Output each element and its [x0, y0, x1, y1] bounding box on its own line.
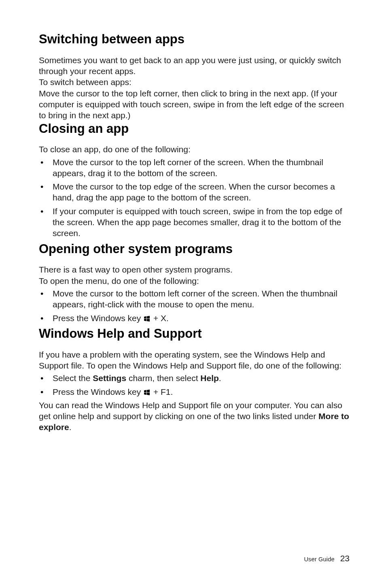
bullet-list: Move the cursor to the top left corner o…	[39, 157, 350, 239]
svg-marker-6	[144, 392, 146, 394]
text-run: Press the Windows key	[53, 313, 143, 323]
paragraph: Sometimes you want to get back to an app…	[39, 55, 350, 77]
bold-term: Help	[200, 373, 219, 383]
text-run: Select the	[53, 373, 93, 383]
paragraph: You can read the Windows Help and Suppor…	[39, 400, 350, 433]
text-run: + F1.	[151, 387, 173, 396]
windows-key-icon	[144, 316, 150, 322]
bullet-list: Move the cursor to the bottom left corne…	[39, 288, 350, 324]
list-item: Press the Windows key + X.	[39, 313, 350, 324]
paragraph: Move the cursor to the top left corner, …	[39, 88, 350, 121]
heading-closing-app: Closing an app	[39, 121, 350, 137]
svg-marker-1	[147, 316, 150, 319]
list-item: Move the cursor to the bottom left corne…	[39, 288, 350, 310]
text-run: Press the Windows key	[53, 387, 143, 396]
svg-marker-3	[147, 319, 150, 322]
list-item: Press the Windows key + F1.	[39, 386, 350, 397]
body-closing-app: To close an app, do one of the following…	[39, 144, 350, 239]
list-item: Move the cursor to the top left corner o…	[39, 157, 350, 179]
text-run: .	[219, 373, 221, 383]
bold-term: Settings	[93, 373, 126, 383]
text-run: charm, then select	[126, 373, 200, 383]
body-help-support: If you have a problem with the operating…	[39, 349, 350, 433]
body-switching-apps: Sometimes you want to get back to an app…	[39, 55, 350, 121]
body-opening-programs: There is a fast way to open other system…	[39, 264, 350, 323]
heading-switching-apps: Switching between apps	[39, 32, 350, 47]
svg-marker-0	[144, 316, 146, 318]
bullet-list: Select the Settings charm, then select H…	[39, 373, 350, 397]
text-run: .	[69, 422, 72, 432]
paragraph: To open the menu, do one of the followin…	[39, 275, 350, 286]
text-run: You can read the Windows Help and Suppor…	[39, 401, 342, 421]
text-run: + X.	[151, 313, 169, 323]
windows-key-icon	[144, 390, 150, 395]
paragraph: To switch between apps:	[39, 77, 350, 87]
heading-help-support: Windows Help and Support	[39, 326, 350, 342]
svg-marker-4	[144, 390, 146, 392]
list-item: Move the cursor to the top edge of the s…	[39, 181, 350, 203]
paragraph: There is a fast way to open other system…	[39, 264, 350, 275]
svg-marker-2	[144, 319, 146, 321]
list-item: Select the Settings charm, then select H…	[39, 373, 350, 383]
page-footer: User Guide 23	[304, 553, 350, 564]
document-page: Switching between apps Sometimes you wan…	[0, 0, 386, 588]
heading-opening-programs: Opening other system programs	[39, 241, 350, 257]
svg-marker-7	[147, 392, 150, 395]
list-item: If your computer is equipped with touch …	[39, 206, 350, 239]
paragraph: If you have a problem with the operating…	[39, 349, 350, 371]
page-number: 23	[340, 554, 350, 563]
footer-label: User Guide	[304, 556, 334, 562]
paragraph: To close an app, do one of the following…	[39, 144, 350, 155]
svg-marker-5	[147, 390, 150, 392]
